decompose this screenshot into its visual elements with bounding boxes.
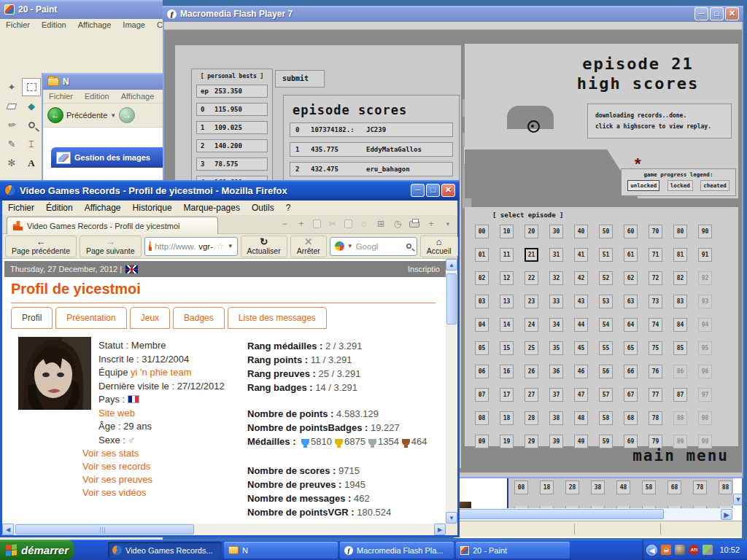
episode-cell[interactable]: 17 [500,388,514,402]
episode-cell[interactable]: 09 [475,435,489,448]
submit-button[interactable]: submit [275,70,325,88]
episode-cell[interactable]: 18 [500,411,514,425]
main-menu-button[interactable]: main menu [632,447,729,464]
episode-cell[interactable]: 86 [673,365,687,378]
episode-cell[interactable]: 05 [475,341,489,355]
episode-cell[interactable]: 64 [624,318,638,332]
paint-menu-item[interactable]: Image [117,19,151,31]
episode-cell[interactable]: 93 [698,295,712,308]
copy-icon[interactable] [344,219,352,228]
episode-cell[interactable]: 14 [500,318,514,332]
brush-icon[interactable]: ⌶ [22,135,41,153]
website-link[interactable]: Site web [98,408,135,419]
episode-cell[interactable]: 35 [549,341,563,355]
episode-cell[interactable]: 33 [549,295,563,308]
episode-cell[interactable]: 01 [475,248,489,262]
flash-titlebar[interactable]: f Macromedia Flash Player 7 ─ □ ✕ [163,6,743,22]
episode-cell[interactable]: 54 [599,318,613,332]
resize-grip[interactable] [446,524,457,535]
address-bar[interactable]: http://www.vgr- ☆ ▼ [144,237,238,256]
tab-jeux[interactable]: Jeux [130,307,170,329]
stop-button[interactable]: ✕ Arrêter [290,236,327,257]
profile-link[interactable]: Voir ses stats [82,447,152,460]
episode-cell[interactable]: 63 [624,295,638,308]
firefox-menu-item[interactable]: Historique [127,201,178,215]
fill-bucket-icon[interactable]: ◆ [22,97,41,115]
episode-cell[interactable]: 62 [624,271,638,285]
search-box[interactable]: ▼ Googl [330,237,417,256]
episode-cell[interactable]: 65 [624,341,638,355]
episode-cell[interactable]: 83 [673,295,687,308]
episode-cell-bg[interactable]: 58 [642,481,656,494]
episode-cell[interactable]: 58 [599,411,613,425]
episode-cell[interactable]: 74 [649,318,662,332]
episode-cell-bg[interactable]: 08 [514,481,528,494]
episode-cell[interactable]: 70 [649,225,662,238]
episode-cell[interactable]: 28 [525,411,538,425]
episode-cell[interactable]: 55 [599,341,613,355]
scroll-left-button[interactable]: ◀ [2,524,14,535]
tab-profil[interactable]: Profil [11,307,53,329]
browser-tab[interactable]: Video Games Records - Profil de yicestmo… [7,217,218,234]
episode-cell[interactable]: 37 [549,388,563,402]
start-button[interactable]: démarrer [0,540,74,560]
episode-cell[interactable]: 00 [475,225,489,238]
episode-cell[interactable]: 67 [624,388,638,402]
tray-collapse-icon[interactable]: ◀ [646,545,657,556]
episode-cell[interactable]: 48 [574,411,588,425]
minus-icon[interactable]: − [279,219,290,229]
episode-cell[interactable]: 20 [525,225,538,238]
firefox-menu-item[interactable]: Fichier [2,201,40,215]
team-link[interactable]: yi 'n phie team [131,367,191,378]
episode-cell[interactable]: 34 [549,318,563,332]
personal-best-row[interactable]: ep 253.350 [196,85,268,98]
text-tool-icon[interactable]: A [22,154,41,172]
episode-cell[interactable]: 26 [525,365,538,378]
horizontal-scroll-thumb[interactable] [15,524,194,534]
episode-cell[interactable]: 23 [525,295,538,308]
episode-cell[interactable]: 60 [624,225,638,238]
firefox-menu-item[interactable]: Édition [40,201,79,215]
explorer-titlebar[interactable]: N [43,73,163,90]
firefox-menu-item[interactable]: ? [280,201,297,215]
episode-cell[interactable]: 29 [525,435,538,448]
episode-cell[interactable]: 46 [574,365,588,378]
plus-icon[interactable]: + [296,219,306,229]
tab-messages[interactable]: Liste des messages [228,307,327,329]
close-button[interactable]: ✕ [725,7,739,20]
explorer-menu-item[interactable]: Affichage [115,90,160,102]
ati-icon[interactable]: ATI [689,545,699,555]
episode-cell[interactable]: 38 [549,411,563,425]
search-magnifier-icon[interactable] [406,244,411,249]
episode-cell[interactable]: 88 [673,411,687,425]
magnifier-icon[interactable] [22,116,41,134]
refresh-button[interactable]: ↻ Actualiser [241,236,287,257]
episode-cell-bg[interactable]: 88 [719,481,732,494]
episode-cell[interactable]: 85 [673,341,687,355]
episode-cell[interactable]: 82 [673,271,687,285]
episode-cell[interactable]: 87 [673,388,687,402]
task-firefox[interactable]: Video Games Records... [108,542,222,559]
tab-badges[interactable]: Badges [173,307,225,329]
episode-cell[interactable]: 84 [673,318,687,332]
task-flash[interactable]: f Macromedia Flash Pla... [340,542,454,559]
personal-best-row[interactable]: 1 109.025 [196,121,268,134]
vertical-scrollbar[interactable]: ▲ ▼ [446,259,457,524]
close-button[interactable]: ✕ [441,184,455,197]
episode-cell[interactable]: 80 [673,225,687,238]
episode-cell[interactable]: 03 [475,295,489,308]
new-window-icon[interactable]: ⊞ [376,219,386,229]
episode-cell-bg[interactable]: 68 [667,481,681,494]
episode-cell[interactable]: 44 [574,318,588,332]
scroll-right-button[interactable]: ▶ [434,524,446,535]
episode-cell[interactable]: 21 [525,248,538,262]
scroll-down-button[interactable]: ▼ [446,512,457,524]
episode-cell[interactable]: 92 [698,271,712,285]
episode-cell[interactable]: 52 [599,271,613,285]
episode-cell[interactable]: 27 [525,388,538,402]
back-button[interactable]: ← Page précédente [5,236,77,257]
profile-link[interactable]: Voir ses vidéos [82,486,152,499]
episode-cell[interactable]: 94 [698,318,712,332]
score-row[interactable]: 0 107374182.: JC239 [290,122,453,137]
episode-cell[interactable]: 16 [500,365,514,378]
